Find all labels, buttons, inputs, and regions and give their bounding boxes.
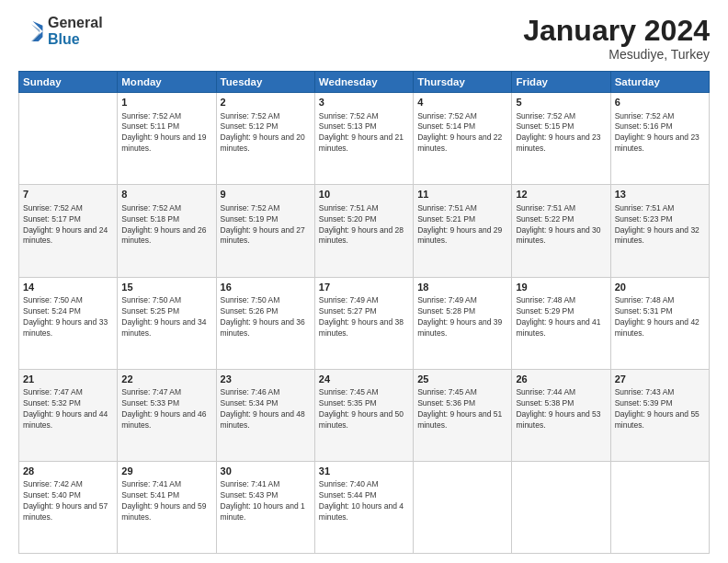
calendar-cell: 2Sunrise: 7:52 AMSunset: 5:12 PMDaylight… [216,93,314,185]
day-number: 21 [23,373,113,386]
day-number: 1 [121,96,211,109]
calendar-cell: 23Sunrise: 7:46 AMSunset: 5:34 PMDayligh… [216,369,314,461]
calendar-cell [512,461,610,553]
calendar-cell: 3Sunrise: 7:52 AMSunset: 5:13 PMDaylight… [314,93,413,185]
day-number: 20 [615,281,705,294]
calendar-cell: 28Sunrise: 7:42 AMSunset: 5:40 PMDayligh… [19,461,118,553]
day-info: Sunrise: 7:47 AMSunset: 5:32 PMDaylight:… [23,387,113,431]
day-info: Sunrise: 7:52 AMSunset: 5:17 PMDaylight:… [23,203,113,247]
day-info: Sunrise: 7:41 AMSunset: 5:41 PMDaylight:… [121,479,211,523]
calendar-cell: 21Sunrise: 7:47 AMSunset: 5:32 PMDayligh… [19,369,118,461]
month-title: January 2024 [523,15,710,47]
day-number: 15 [121,281,211,294]
header: General Blue January 2024 Mesudiye, Turk… [18,15,710,62]
calendar-cell: 26Sunrise: 7:44 AMSunset: 5:38 PMDayligh… [512,369,610,461]
day-info: Sunrise: 7:52 AMSunset: 5:11 PMDaylight:… [121,111,211,155]
header-day: Monday [118,72,216,93]
day-info: Sunrise: 7:45 AMSunset: 5:35 PMDaylight:… [319,387,409,431]
calendar-week-row: 28Sunrise: 7:42 AMSunset: 5:40 PMDayligh… [19,461,710,553]
calendar-cell: 29Sunrise: 7:41 AMSunset: 5:41 PMDayligh… [118,461,216,553]
day-number: 3 [319,96,409,109]
day-info: Sunrise: 7:52 AMSunset: 5:15 PMDaylight:… [516,111,606,155]
logo-blue: Blue [48,31,103,48]
day-number: 26 [516,373,606,386]
calendar-cell: 31Sunrise: 7:40 AMSunset: 5:44 PMDayligh… [314,461,413,553]
calendar-week-row: 7Sunrise: 7:52 AMSunset: 5:17 PMDaylight… [19,185,710,277]
day-number: 8 [121,188,211,201]
calendar-week-row: 14Sunrise: 7:50 AMSunset: 5:24 PMDayligh… [19,277,710,369]
calendar-cell: 5Sunrise: 7:52 AMSunset: 5:15 PMDaylight… [512,93,610,185]
calendar-cell: 9Sunrise: 7:52 AMSunset: 5:19 PMDaylight… [216,185,314,277]
calendar-cell: 4Sunrise: 7:52 AMSunset: 5:14 PMDaylight… [414,93,512,185]
day-number: 14 [23,281,113,294]
day-number: 6 [615,96,705,109]
day-info: Sunrise: 7:52 AMSunset: 5:13 PMDaylight:… [319,111,409,155]
calendar-cell: 30Sunrise: 7:41 AMSunset: 5:43 PMDayligh… [216,461,314,553]
day-info: Sunrise: 7:49 AMSunset: 5:27 PMDaylight:… [319,295,409,339]
day-info: Sunrise: 7:42 AMSunset: 5:40 PMDaylight:… [23,479,113,523]
header-day: Saturday [610,72,709,93]
day-number: 23 [221,373,311,386]
day-info: Sunrise: 7:47 AMSunset: 5:33 PMDaylight:… [121,387,211,431]
calendar-week-row: 1Sunrise: 7:52 AMSunset: 5:11 PMDaylight… [19,93,710,185]
day-info: Sunrise: 7:52 AMSunset: 5:18 PMDaylight:… [121,203,211,247]
day-number: 4 [417,96,507,109]
header-day: Sunday [19,72,118,93]
calendar-cell: 25Sunrise: 7:45 AMSunset: 5:36 PMDayligh… [414,369,512,461]
day-info: Sunrise: 7:46 AMSunset: 5:34 PMDaylight:… [221,387,311,431]
day-number: 9 [221,188,311,201]
day-number: 7 [23,188,113,201]
calendar-table: SundayMondayTuesdayWednesdayThursdayFrid… [18,71,710,554]
day-number: 25 [417,373,507,386]
calendar-cell: 24Sunrise: 7:45 AMSunset: 5:35 PMDayligh… [314,369,413,461]
day-info: Sunrise: 7:41 AMSunset: 5:43 PMDaylight:… [221,479,311,523]
day-info: Sunrise: 7:52 AMSunset: 5:14 PMDaylight:… [417,111,507,155]
calendar-cell: 27Sunrise: 7:43 AMSunset: 5:39 PMDayligh… [610,369,709,461]
day-number: 29 [121,465,211,478]
header-row: SundayMondayTuesdayWednesdayThursdayFrid… [19,72,710,93]
day-number: 18 [417,281,507,294]
calendar-cell [414,461,512,553]
calendar-cell: 15Sunrise: 7:50 AMSunset: 5:25 PMDayligh… [118,277,216,369]
day-info: Sunrise: 7:51 AMSunset: 5:23 PMDaylight:… [615,203,705,247]
logo-icon [18,18,44,44]
calendar-cell: 19Sunrise: 7:48 AMSunset: 5:29 PMDayligh… [512,277,610,369]
day-number: 30 [221,465,311,478]
day-info: Sunrise: 7:50 AMSunset: 5:25 PMDaylight:… [121,295,211,339]
calendar-week-row: 21Sunrise: 7:47 AMSunset: 5:32 PMDayligh… [19,369,710,461]
day-number: 22 [121,373,211,386]
calendar-cell: 1Sunrise: 7:52 AMSunset: 5:11 PMDaylight… [118,93,216,185]
day-number: 12 [516,188,606,201]
day-info: Sunrise: 7:44 AMSunset: 5:38 PMDaylight:… [516,387,606,431]
day-number: 2 [221,96,311,109]
day-info: Sunrise: 7:48 AMSunset: 5:29 PMDaylight:… [516,295,606,339]
header-day: Tuesday [216,72,314,93]
calendar-cell: 11Sunrise: 7:51 AMSunset: 5:21 PMDayligh… [414,185,512,277]
day-info: Sunrise: 7:52 AMSunset: 5:16 PMDaylight:… [615,111,705,155]
page: General Blue January 2024 Mesudiye, Turk… [0,0,728,563]
logo-general: General [48,15,103,31]
header-day: Thursday [414,72,512,93]
day-number: 17 [319,281,409,294]
calendar-cell: 7Sunrise: 7:52 AMSunset: 5:17 PMDaylight… [19,185,118,277]
day-info: Sunrise: 7:45 AMSunset: 5:36 PMDaylight:… [417,387,507,431]
logo-text: General Blue [48,15,103,47]
location-subtitle: Mesudiye, Turkey [523,47,710,62]
day-info: Sunrise: 7:40 AMSunset: 5:44 PMDaylight:… [319,479,409,523]
day-info: Sunrise: 7:50 AMSunset: 5:26 PMDaylight:… [221,295,311,339]
calendar-cell: 14Sunrise: 7:50 AMSunset: 5:24 PMDayligh… [19,277,118,369]
day-info: Sunrise: 7:51 AMSunset: 5:22 PMDaylight:… [516,203,606,247]
day-number: 16 [221,281,311,294]
day-number: 27 [615,373,705,386]
calendar-cell: 6Sunrise: 7:52 AMSunset: 5:16 PMDaylight… [610,93,709,185]
day-number: 24 [319,373,409,386]
calendar-cell: 12Sunrise: 7:51 AMSunset: 5:22 PMDayligh… [512,185,610,277]
day-info: Sunrise: 7:52 AMSunset: 5:19 PMDaylight:… [221,203,311,247]
day-number: 10 [319,188,409,201]
calendar-cell: 17Sunrise: 7:49 AMSunset: 5:27 PMDayligh… [314,277,413,369]
calendar-cell: 8Sunrise: 7:52 AMSunset: 5:18 PMDaylight… [118,185,216,277]
day-number: 11 [417,188,507,201]
day-info: Sunrise: 7:49 AMSunset: 5:28 PMDaylight:… [417,295,507,339]
calendar-cell: 13Sunrise: 7:51 AMSunset: 5:23 PMDayligh… [610,185,709,277]
day-info: Sunrise: 7:51 AMSunset: 5:21 PMDaylight:… [417,203,507,247]
